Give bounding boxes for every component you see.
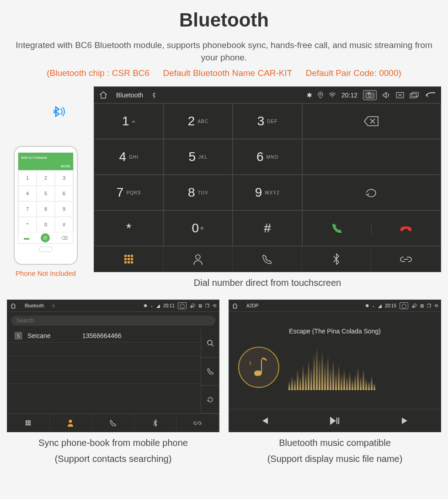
status-bar-pb: Bluetooth ⎍ ✱ ⬩ ◢ 20:11 ◯ 🔊 ⊠ ❐ ⟲: [7, 300, 219, 312]
location-icon: ⬩: [150, 303, 153, 308]
volume-icon[interactable]: 🔊: [411, 303, 417, 308]
phone-illustration: Add to Contacts MORE 123 456 789 *0# ▬ ✆…: [7, 86, 85, 277]
player-controls: [229, 409, 441, 432]
camera-icon[interactable]: ◯: [400, 302, 408, 309]
page-title: Bluetooth: [7, 9, 441, 31]
close-box-icon[interactable]: [396, 92, 404, 98]
person-icon: [67, 419, 74, 427]
status-title-pb: Bluetooth: [25, 303, 44, 308]
contact-number: 13566664466: [82, 332, 122, 339]
location-icon: ⬩: [372, 303, 375, 308]
dialer-screen: Bluetooth ✱ 20:12 1∞ 2: [94, 86, 441, 272]
bluetooth-icon: ✱: [307, 91, 312, 99]
next-button[interactable]: [401, 417, 410, 425]
tab-link[interactable]: [176, 414, 219, 432]
specs-line: (Bluetooth chip : CSR BC6 Default Blueto…: [7, 68, 441, 78]
call-action[interactable]: [201, 358, 219, 386]
call-button[interactable]: [303, 222, 372, 234]
bottom-tabs: [94, 246, 441, 272]
empty-row: [7, 370, 201, 384]
play-pause-button[interactable]: [330, 417, 340, 425]
volume-icon[interactable]: 🔊: [190, 303, 195, 308]
svg-rect-6: [412, 92, 418, 97]
tab-link[interactable]: [371, 247, 441, 272]
phone-mockup: Add to Contacts MORE 123 456 789 *0# ▬ ✆…: [14, 146, 78, 265]
hangup-button[interactable]: [372, 224, 440, 233]
key-5[interactable]: 5JKL: [164, 139, 233, 175]
spec-name: Default Bluetooth Name CAR-KIT: [163, 68, 292, 78]
key-1[interactable]: 1∞: [94, 103, 164, 139]
empty-row: [7, 356, 201, 370]
phone-icon: [261, 254, 272, 265]
wifi-icon: ◢: [378, 303, 382, 308]
search-input[interactable]: [11, 316, 215, 326]
status-time-music: 20:15: [385, 303, 396, 308]
key-7[interactable]: 7PQRS: [94, 175, 164, 210]
status-time: 20:12: [341, 91, 357, 99]
tab-dialpad[interactable]: [7, 414, 50, 432]
call-buttons: [302, 210, 441, 246]
person-icon: [192, 253, 203, 265]
tab-contacts[interactable]: [164, 247, 233, 272]
key-9[interactable]: 9WXYZ: [233, 175, 302, 210]
key-2[interactable]: 2ABC: [164, 103, 233, 139]
status-time-pb: 20:11: [163, 303, 175, 308]
bluetooth-icon: ✱: [144, 303, 147, 308]
close-box-icon[interactable]: ⊠: [198, 303, 202, 308]
prev-button[interactable]: [260, 417, 269, 425]
pb-caption2: (Support contacts searching): [7, 454, 219, 464]
key-6[interactable]: 6MNO: [233, 139, 302, 175]
home-icon[interactable]: [232, 303, 238, 309]
contact-list: S Seicane 13566664466: [7, 329, 201, 413]
key-8[interactable]: 8TUV: [164, 175, 233, 210]
music-caption1: Bluetooth music compatible: [229, 438, 441, 448]
album-art-icon: [238, 347, 279, 388]
windows-icon[interactable]: ❐: [427, 303, 431, 308]
key-0[interactable]: 0+: [164, 210, 233, 246]
phone-menu: MORE: [18, 162, 73, 170]
key-star[interactable]: *: [94, 210, 164, 246]
key-3[interactable]: 3DEF: [233, 103, 302, 139]
tab-calls[interactable]: [233, 247, 302, 272]
phone-caption: Phone Not Included: [7, 269, 85, 277]
contact-row[interactable]: S Seicane 13566664466: [7, 329, 201, 343]
windows-icon[interactable]: ❐: [205, 303, 209, 308]
tab-calls[interactable]: [92, 414, 134, 432]
wifi-icon: ◢: [156, 303, 160, 308]
usb-icon: [151, 91, 157, 99]
svg-point-7: [196, 255, 200, 259]
back-icon[interactable]: ⟲: [213, 303, 216, 308]
redial-button[interactable]: [302, 175, 441, 210]
close-box-icon[interactable]: ⊠: [420, 303, 424, 308]
key-4[interactable]: 4GHI: [94, 139, 164, 175]
page-subtitle: Integrated with BC6 Bluetooth module, su…: [7, 39, 441, 64]
tab-contacts[interactable]: [50, 414, 92, 432]
empty-row: [7, 384, 201, 397]
volume-icon[interactable]: [382, 91, 390, 99]
sync-action[interactable]: [201, 386, 219, 413]
key-hash[interactable]: #: [233, 210, 302, 246]
home-icon[interactable]: [99, 91, 108, 100]
tab-bluetooth[interactable]: [302, 247, 372, 272]
search-button[interactable]: [201, 329, 219, 357]
location-icon: [318, 91, 323, 99]
keypad: 1∞ 2ABC 3DEF 4GHI 5JKL 6MNO 7PQRS 8TUV 9…: [94, 103, 302, 246]
camera-icon[interactable]: ◯: [178, 302, 187, 309]
camera-icon[interactable]: [363, 90, 377, 100]
link-icon: [193, 420, 202, 426]
contact-name: Seicane: [27, 332, 82, 339]
status-bar-music: A2DP ✱ ⬩ ◢ 20:15 ◯ 🔊 ⊠ ❐ ⟲: [229, 300, 441, 312]
tab-bluetooth[interactable]: [134, 414, 177, 432]
bluetooth-icon: [332, 253, 341, 266]
svg-point-2: [368, 94, 371, 97]
visualizer: [288, 344, 432, 390]
home-icon[interactable]: [10, 303, 16, 309]
back-icon[interactable]: ⟲: [434, 303, 438, 308]
dialpad-icon: [124, 255, 133, 263]
windows-icon[interactable]: [410, 92, 419, 98]
back-icon[interactable]: [424, 91, 436, 99]
tab-dialpad[interactable]: [94, 247, 164, 272]
main-caption: Dial number direct from touchscreen: [94, 278, 441, 288]
backspace-button[interactable]: [302, 103, 441, 139]
dialpad-icon: [26, 420, 31, 425]
